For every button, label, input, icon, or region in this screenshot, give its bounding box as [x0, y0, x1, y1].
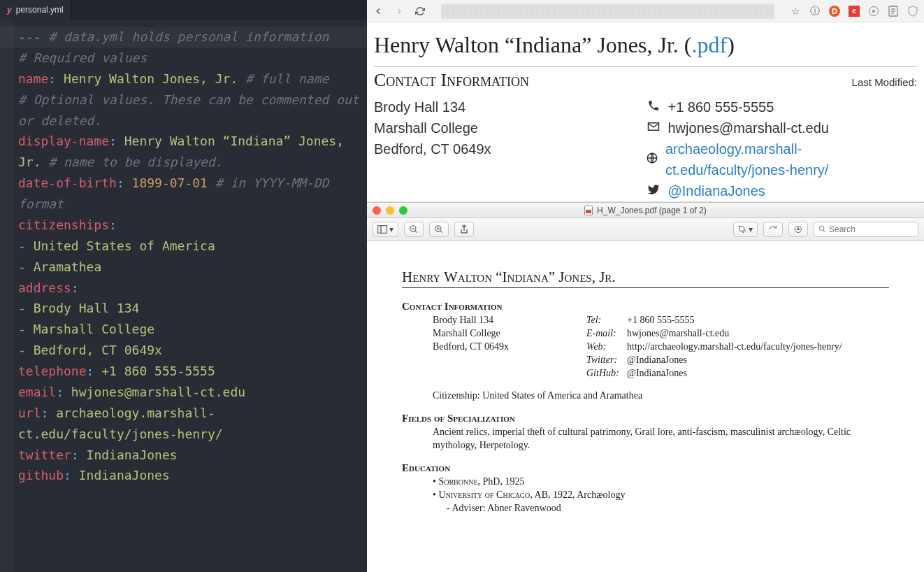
code-comment: # Optional values. These can be commente…: [18, 92, 367, 128]
code-content[interactable]: --- # data.yml holds personal informatio…: [18, 27, 367, 486]
highlight-button[interactable]: ▾: [733, 222, 758, 237]
email-value[interactable]: hwjones@marshall-ct.edu: [668, 117, 829, 138]
svg-rect-6: [586, 210, 591, 213]
phone-icon: [646, 96, 661, 117]
document-icon[interactable]: [888, 6, 899, 17]
yaml-value: IndianaJones: [71, 468, 170, 482]
search-icon: [818, 225, 826, 233]
pdf-search-input[interactable]: [829, 224, 906, 234]
zoom-out-button[interactable]: [404, 222, 424, 237]
pdf-label-twitter: Twitter:: [586, 354, 627, 367]
svg-point-17: [819, 226, 823, 230]
svg-line-10: [415, 230, 417, 232]
right-pane: ☆ ⓘ D e Henry Walton “Indiana” Jones, Jr…: [367, 0, 924, 572]
pdf-file-icon: [584, 206, 593, 215]
code-editor: y personal.yml --- # data.yml holds pers…: [0, 0, 367, 572]
pdf-viewer-window: H_W_Jones.pdf (page 1 of 2) ▾ ▾ Henry Wa…: [367, 202, 924, 572]
pdf-value-email: hwjones@marshall-ct.edu: [627, 327, 729, 341]
svg-rect-7: [378, 225, 387, 233]
maximize-window-button[interactable]: [399, 206, 407, 215]
yaml-value: +1 860 555-5555: [94, 364, 215, 378]
pdf-edu-adviser: Adviser: Abner Ravenwood: [447, 502, 889, 515]
yaml-list-item: Brody Hall 134: [26, 301, 140, 315]
twitter-icon: [646, 180, 661, 201]
yaml-key: address: [18, 280, 71, 295]
shield-icon[interactable]: [907, 6, 918, 17]
markup-button[interactable]: [788, 222, 808, 237]
pdf-value-web: http://archaeology.marshall-ct.edu/facul…: [627, 341, 842, 354]
editor-body[interactable]: --- # data.yml holds personal informatio…: [0, 20, 367, 572]
url-bar[interactable]: [441, 3, 774, 19]
contact-grid: Brody Hall 134 Marshall College Bedford,…: [374, 96, 917, 201]
editor-tab-label: personal.yml: [16, 5, 64, 15]
rotate-button[interactable]: [763, 222, 783, 237]
pdf-search-box[interactable]: [814, 222, 918, 237]
yaml-key: twitter: [18, 448, 71, 462]
share-button[interactable]: [454, 222, 474, 237]
pdf-address-line: Brody Hall 134: [433, 314, 586, 327]
address-line: Bedford, CT 0649x: [374, 138, 646, 159]
paren: (: [684, 32, 692, 57]
yaml-value: 1899-07-01: [124, 176, 208, 190]
duckduckgo-icon[interactable]: D: [829, 6, 840, 17]
globe-icon: [646, 149, 658, 170]
pdf-page[interactable]: Henry Walton “Indiana” Jones, Jr. Contac…: [367, 241, 924, 572]
info-icon[interactable]: ⓘ: [809, 6, 821, 17]
close-window-button[interactable]: [373, 206, 381, 215]
pdf-toolbar: ▾ ▾: [367, 218, 924, 241]
pdf-citizenship: Citizenship: United States of America an…: [433, 389, 889, 403]
pdf-section-education: Education: [402, 462, 889, 474]
yaml-key: github: [18, 468, 64, 482]
pdf-value-github: @IndianaJones: [627, 367, 687, 380]
pdf-edu-school: University of Chicago: [438, 489, 530, 500]
pdf-contact-grid: Brody Hall 134 Marshall College Bedford,…: [433, 314, 889, 380]
paren: ): [727, 32, 735, 57]
pdf-label-web: Web:: [586, 341, 627, 354]
address-line: Marshall College: [374, 117, 646, 138]
yaml-list-item: Bedford, CT 0649x: [26, 343, 162, 357]
email-icon: [646, 117, 661, 138]
yaml-key: citizenships: [18, 217, 109, 232]
yaml-key: name: [18, 71, 48, 86]
extension-icons: ☆ ⓘ D e: [790, 6, 918, 17]
star-icon[interactable]: ☆: [790, 6, 801, 17]
pdf-section-contact: Contact Information: [402, 301, 889, 313]
section-title: Contact Information: [374, 70, 529, 91]
yaml-value: archaeology.marshall-ct.edu/faculty/jone…: [18, 406, 223, 441]
yaml-key: url: [18, 406, 41, 420]
pdf-label-github: GitHub:: [586, 367, 627, 380]
forward-button[interactable]: [394, 6, 405, 17]
sidebar-toggle-button[interactable]: ▾: [373, 222, 398, 237]
website-link[interactable]: archaeology.marshall-ct.edu/faculty/jone…: [665, 138, 917, 180]
circle-dot-icon[interactable]: [868, 6, 879, 17]
reload-button[interactable]: [414, 6, 426, 17]
minimize-window-button[interactable]: [386, 206, 394, 215]
window-controls: [373, 206, 407, 215]
last-modified-label: Last Modified:: [852, 76, 917, 88]
address-line: Brody Hall 134: [374, 96, 646, 117]
address-column: Brody Hall 134 Marshall College Bedford,…: [374, 96, 646, 201]
yaml-value: IndianaJones: [79, 448, 178, 462]
back-button[interactable]: [373, 6, 384, 17]
pdf-label-tel: Tel:: [586, 314, 627, 327]
zoom-in-button[interactable]: [429, 222, 449, 237]
yaml-list-item: Aramathea: [26, 259, 101, 274]
editor-tab-file[interactable]: y personal.yml: [0, 0, 71, 20]
pdf-edu-school: Sorbonne: [438, 476, 477, 487]
twitter-link[interactable]: @IndianaJones: [668, 180, 765, 201]
yaml-list-item: Marshall College: [26, 322, 154, 336]
svg-line-13: [440, 230, 442, 232]
page-title-name: Henry Walton “Indiana” Jones, Jr.: [374, 32, 684, 57]
code-comment: # full name: [238, 71, 329, 86]
code-comment: # data.yml holds personal information: [41, 29, 329, 44]
pdf-titlebar[interactable]: H_W_Jones.pdf (page 1 of 2): [367, 203, 924, 218]
extension-e-icon[interactable]: e: [849, 6, 860, 17]
section-header: Contact Information Last Modified:: [374, 66, 917, 91]
pdf-label-email: E-mail:: [586, 327, 627, 341]
url-blurred-content: [441, 3, 774, 19]
svg-line-18: [823, 230, 825, 232]
yaml-doc-start: ---: [18, 29, 41, 44]
pdf-value-tel: +1 860 555-5555: [627, 314, 695, 327]
code-comment: # Required values: [18, 50, 147, 65]
pdf-link[interactable]: .pdf: [691, 32, 727, 57]
